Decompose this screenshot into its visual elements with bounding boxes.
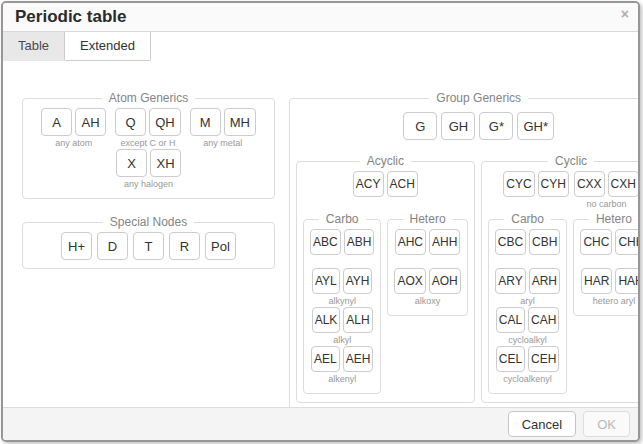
d-button[interactable]: D	[97, 232, 128, 260]
cel-button[interactable]: CEL	[496, 346, 525, 372]
button-pair: CHC CHH	[580, 229, 638, 268]
xh-button[interactable]: XH	[150, 149, 181, 177]
dialog-header: Periodic table ×	[3, 3, 638, 32]
acyclic-legend: Acyclic	[360, 154, 411, 168]
ael-button[interactable]: AEL	[311, 346, 340, 372]
ahh-button[interactable]: AHH	[429, 229, 460, 255]
pair-caption: alkyl	[333, 334, 351, 346]
arh-button[interactable]: ARH	[529, 268, 560, 294]
ary-button[interactable]: ARY	[495, 268, 525, 294]
cal-button[interactable]: CAL	[496, 307, 525, 333]
tab-extended[interactable]: Extended	[64, 32, 151, 61]
ayl-button[interactable]: AYL	[312, 268, 340, 294]
cyclic-inner-row: Carbo CBC CBH	[488, 212, 638, 394]
button-pair: AYL AYH alkynyl	[312, 268, 373, 307]
g-star-button[interactable]: G*	[479, 112, 513, 140]
cyclic-legend: Cyclic	[548, 154, 594, 168]
qh-button[interactable]: QH	[149, 108, 181, 136]
acyclic-hetero-legend: Hetero	[403, 212, 453, 226]
cancel-button[interactable]: Cancel	[508, 411, 576, 437]
chc-button[interactable]: CHC	[580, 229, 612, 255]
pair-caption: alkynyl	[328, 295, 356, 307]
ach-button[interactable]: ACH	[387, 171, 418, 197]
special-nodes-legend: Special Nodes	[103, 215, 194, 229]
gh-button[interactable]: GH	[441, 112, 475, 140]
group-generics-section: Group Generics G GH G* GH* Acyclic	[289, 91, 638, 407]
cyclic-hetero-section: Hetero CHC CHH	[573, 212, 638, 316]
cxh-button[interactable]: CXH	[608, 171, 638, 197]
cyclic-top-row: CYC CYH CXX CXH	[488, 171, 638, 210]
mh-button[interactable]: MH	[224, 108, 256, 136]
pair-caption: hetero aryl	[593, 295, 636, 307]
close-icon[interactable]: ×	[621, 7, 629, 21]
pair-caption: cycloalkenyl	[503, 373, 552, 385]
button-pair: ALK ALH alkyl	[312, 307, 373, 346]
acyclic-top-row: ACY ACH	[303, 171, 468, 210]
har-button[interactable]: HAR	[581, 268, 612, 294]
cyc-button[interactable]: CYC	[503, 171, 534, 197]
button-pair: AEL AEH alkenyl	[311, 346, 373, 385]
ceh-button[interactable]: CEH	[528, 346, 559, 372]
atom-generics-legend: Atom Generics	[102, 91, 195, 105]
pair-caption: any atom	[55, 137, 92, 149]
hah-button[interactable]: HAH	[615, 268, 638, 294]
cah-button[interactable]: CAH	[528, 307, 559, 333]
ahc-button[interactable]: AHC	[395, 229, 426, 255]
aeh-button[interactable]: AEH	[343, 346, 374, 372]
button-pair: ACY ACH	[353, 171, 418, 210]
aoh-button[interactable]: AOH	[429, 268, 461, 294]
pair-caption: any metal	[203, 137, 242, 149]
t-button[interactable]: T	[133, 232, 164, 260]
acy-button[interactable]: ACY	[353, 171, 384, 197]
group-generics-legend: Group Generics	[429, 91, 528, 105]
periodic-table-dialog: Periodic table × Table Extended Atom Gen…	[1, 1, 640, 442]
button-pair: HAR HAH hetero aryl	[581, 268, 638, 307]
x-button[interactable]: X	[116, 149, 147, 177]
button-pair: X XH any halogen	[116, 149, 181, 190]
gh-star-button[interactable]: GH*	[517, 112, 554, 140]
atom-generics-row-2: X XH any halogen	[29, 149, 268, 190]
button-pair: ARY ARH aryl	[495, 268, 560, 307]
group-generics-subsections: Acyclic ACY ACH	[296, 154, 638, 403]
ok-button[interactable]: OK	[583, 411, 630, 437]
pair-caption: any halogen	[124, 178, 173, 190]
pol-button[interactable]: Pol	[205, 232, 236, 260]
button-pair: ABC ABH	[310, 229, 374, 268]
button-pair: CBC CBH	[495, 229, 561, 268]
chh-button[interactable]: CHH	[615, 229, 638, 255]
tab-table[interactable]: Table	[3, 32, 64, 61]
acyclic-carbo-legend: Carbo	[319, 212, 366, 226]
pair-caption: aryl	[520, 295, 535, 307]
pair-caption: alkoxy	[415, 295, 441, 307]
acyclic-hetero-section: Hetero AHC AHH	[387, 212, 467, 316]
abh-button[interactable]: ABH	[344, 229, 375, 255]
cyclic-hetero-legend: Hetero	[589, 212, 638, 226]
button-pair: AOX AOH alkoxy	[394, 268, 460, 307]
a-button[interactable]: A	[41, 108, 72, 136]
cyh-button[interactable]: CYH	[538, 171, 569, 197]
ayh-button[interactable]: AYH	[343, 268, 373, 294]
tab-bar: Table Extended	[3, 32, 638, 61]
cbh-button[interactable]: CBH	[529, 229, 560, 255]
special-nodes-section: Special Nodes H+ D T R Pol	[22, 215, 275, 269]
acyclic-carbo-section: Carbo ABC ABH	[303, 212, 381, 394]
g-button[interactable]: G	[403, 112, 437, 140]
h-plus-button[interactable]: H+	[61, 232, 92, 260]
abc-button[interactable]: ABC	[310, 229, 341, 255]
cbc-button[interactable]: CBC	[495, 229, 526, 255]
alh-button[interactable]: ALH	[343, 307, 372, 333]
button-pair: AHC AHH	[395, 229, 461, 268]
ah-button[interactable]: AH	[75, 108, 106, 136]
dialog-title: Periodic table	[3, 3, 638, 31]
aox-button[interactable]: AOX	[394, 268, 425, 294]
alk-button[interactable]: ALK	[312, 307, 341, 333]
special-nodes-row: H+ D T R Pol	[29, 232, 268, 260]
button-pair: M MH any metal	[190, 108, 256, 149]
button-pair: Q QH except C or H	[115, 108, 181, 149]
button-pair: CAL CAH cycloalkyl	[496, 307, 560, 346]
q-button[interactable]: Q	[115, 108, 146, 136]
m-button[interactable]: M	[190, 108, 221, 136]
r-button[interactable]: R	[169, 232, 200, 260]
cxx-button[interactable]: CXX	[574, 171, 605, 197]
pair-caption: alkenyl	[328, 373, 356, 385]
